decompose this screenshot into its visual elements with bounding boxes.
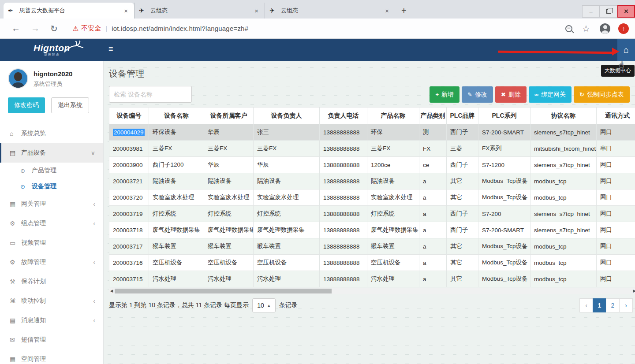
table-row[interactable]: 200003900西门子1200华辰华辰138888888881200cece西… bbox=[109, 157, 635, 173]
user-meta: hignton2020 系统管理员 bbox=[34, 68, 72, 88]
url-text[interactable]: iot.idosp.net/admin/index.html?language=… bbox=[112, 25, 248, 32]
address-bar[interactable]: ⚠ 不安全 | iot.idosp.net/admin/index.html?l… bbox=[67, 21, 556, 36]
sidebar-item[interactable]: ⚙ 故障管理 ‹ bbox=[0, 253, 103, 272]
column-header[interactable]: 产品类别 bbox=[419, 108, 447, 124]
logout-button[interactable]: 退出系统 bbox=[51, 97, 89, 113]
tab-title: 云组态 bbox=[281, 7, 383, 15]
column-header[interactable]: PLC系列 bbox=[478, 108, 530, 124]
change-password-button[interactable]: 修改密码 bbox=[8, 97, 45, 113]
close-button[interactable]: × bbox=[617, 5, 635, 18]
tab-close-icon[interactable]: × bbox=[383, 7, 391, 15]
sidebar-item[interactable]: ⌂ 系统总览 bbox=[0, 124, 103, 143]
page-button-label: 2 bbox=[611, 302, 615, 309]
sidebar-item[interactable]: ✉ 短信管理 bbox=[0, 330, 103, 349]
delete-button[interactable]: ✖ 删除 bbox=[495, 86, 527, 103]
force-sync-button[interactable]: ↻ 强制同步点表 bbox=[574, 86, 630, 103]
sidebar-item-label: 视频管理 bbox=[21, 239, 46, 247]
minimize-button[interactable]: – bbox=[582, 5, 600, 18]
edit-button[interactable]: ✎ 修改 bbox=[462, 86, 493, 103]
column-header[interactable]: 通讯方式 bbox=[597, 108, 635, 124]
table-row[interactable]: 200004029环保设备华辰张三13888888888环保测西门子S7-200… bbox=[109, 124, 635, 141]
sidebar-item[interactable]: ▭ 视频管理 bbox=[0, 233, 103, 253]
table-cell: 其它 bbox=[447, 238, 478, 255]
sidebar-item[interactable]: ▦ 空间管理 bbox=[0, 349, 103, 364]
profile-avatar-icon[interactable] bbox=[600, 23, 610, 34]
annotation-red-arrowhead bbox=[612, 48, 619, 56]
table-row[interactable]: 200003720实验室废水处理实验室废水处理实验室废水处理1388888888… bbox=[109, 189, 635, 206]
table-cell: 网口 bbox=[597, 222, 635, 238]
sidebar-item[interactable]: ⊙ 设备管理 bbox=[0, 178, 103, 194]
table-cell: modbus_tcp bbox=[530, 238, 597, 255]
sidebar-item[interactable]: ⚙ 组态管理 ‹ bbox=[0, 214, 103, 233]
horizontal-scrollbar[interactable]: ◀ ▶ bbox=[109, 288, 635, 294]
user-avatar[interactable] bbox=[8, 68, 28, 89]
security-warning-label[interactable]: 不安全 bbox=[81, 24, 101, 33]
tab-close-icon[interactable]: × bbox=[122, 7, 130, 15]
table-row[interactable]: 200003716空压机设备空压机设备空压机设备13888888888空压机设备… bbox=[109, 255, 635, 271]
table-cell: 三菱FX bbox=[254, 141, 320, 157]
table-row[interactable]: 200003719灯控系统灯控系统灯控系统13888888888灯控系统a西门子… bbox=[109, 206, 635, 222]
page-button[interactable]: 1 bbox=[593, 298, 606, 312]
restore-button[interactable] bbox=[600, 5, 617, 18]
browser-tab[interactable]: ✈ 云组态 × bbox=[134, 3, 265, 19]
column-header[interactable]: 设备负责人 bbox=[254, 108, 320, 124]
back-icon[interactable]: ← bbox=[11, 23, 20, 33]
sidebar-item[interactable]: ⚒ 保养计划 bbox=[0, 272, 103, 291]
table-cell: modbus_tcp bbox=[530, 173, 597, 189]
bookmark-star-icon[interactable]: ☆ bbox=[582, 23, 590, 34]
hamburger-menu-icon[interactable]: ≡ bbox=[108, 45, 113, 54]
table-cell: 13888888888 bbox=[320, 157, 367, 173]
sidebar-item[interactable]: ⊙ 产品管理 bbox=[0, 163, 103, 178]
bigdata-home-button[interactable]: ⌂ bbox=[617, 39, 635, 61]
table-cell: Modbus_Tcp设备 bbox=[478, 173, 530, 189]
table-cell: 废气处理数据采集 bbox=[367, 222, 419, 238]
new-tab-button[interactable]: + bbox=[395, 6, 413, 19]
tab-close-icon[interactable]: × bbox=[253, 7, 260, 15]
browser-toolbar: ← → ↻ ⚠ 不安全 | iot.idosp.net/admin/index.… bbox=[0, 19, 635, 39]
envelope-icon: ✉ bbox=[10, 336, 21, 343]
column-header[interactable]: 负责人电话 bbox=[320, 108, 367, 124]
column-header[interactable]: 产品名称 bbox=[367, 108, 419, 124]
sidebar-item[interactable]: ▦ 网关管理 ‹ bbox=[0, 194, 103, 214]
zoom-out-icon[interactable] bbox=[565, 25, 572, 32]
security-warning-icon[interactable]: ⚠ bbox=[73, 25, 78, 33]
column-header[interactable]: PLC品牌 bbox=[447, 108, 478, 124]
table-cell: 200003981 bbox=[109, 141, 149, 157]
column-header[interactable]: 设备名称 bbox=[149, 108, 204, 124]
page-button[interactable]: ‹ bbox=[579, 298, 593, 312]
sidebar-item[interactable]: ▤ 消息通知 ‹ bbox=[0, 311, 103, 330]
gears-icon: ⚙ bbox=[10, 220, 21, 227]
scrollbar-thumb[interactable] bbox=[115, 289, 332, 293]
sidebar-item-label: 联动控制 bbox=[21, 297, 46, 305]
page-button[interactable]: › bbox=[619, 298, 633, 312]
plus-icon: + bbox=[435, 91, 439, 98]
reload-icon[interactable]: ↻ bbox=[50, 23, 58, 34]
scroll-right-icon[interactable]: ▶ bbox=[632, 289, 635, 293]
sidebar-item[interactable]: ▤ 产品设备 ∨ bbox=[0, 143, 103, 163]
column-header[interactable]: 设备编号 bbox=[109, 108, 149, 124]
search-input[interactable] bbox=[109, 86, 192, 103]
table-row[interactable]: 200003981三菱FX三菱FX三菱FX13888888888三菱FXFX三菱… bbox=[109, 141, 635, 157]
scroll-left-icon[interactable]: ◀ bbox=[109, 289, 114, 293]
table-cell: S7-200-SMART bbox=[478, 222, 530, 238]
toolbar-right-icons: ☆ ↑ bbox=[560, 23, 629, 34]
sidebar-item-label: 短信管理 bbox=[21, 336, 46, 344]
table-cell: 隔油设备 bbox=[149, 173, 204, 189]
page-button[interactable]: 2 bbox=[606, 298, 620, 312]
sidebar-item[interactable]: ⌘ 联动控制 ‹ bbox=[0, 291, 103, 311]
table-row[interactable]: 200003721隔油设备隔油设备隔油设备13888888888隔油设备a其它M… bbox=[109, 173, 635, 189]
table-row[interactable]: 200003718废气处理数据采集废气处理数据采集废气处理数据采集1388888… bbox=[109, 222, 635, 238]
table-row[interactable]: 200003715污水处理污水处理污水处理13888888888污水处理a其它M… bbox=[109, 271, 635, 287]
add-button[interactable]: + 新增 bbox=[430, 86, 459, 103]
bind-gateway-button[interactable]: ∞ 绑定网关 bbox=[529, 86, 572, 103]
browser-tab[interactable]: ✈ 云组态 × bbox=[265, 3, 395, 19]
page-size-select[interactable]: 10 ▲ bbox=[252, 298, 276, 312]
forward-icon[interactable]: → bbox=[31, 23, 40, 33]
logo-subtext: 华辰智通 bbox=[44, 52, 60, 57]
caret-up-icon: ▲ bbox=[267, 304, 271, 308]
browser-tab[interactable]: ✒ 思普云大数据平台 × bbox=[4, 3, 134, 19]
column-header[interactable]: 协议名称 bbox=[530, 108, 597, 124]
column-header[interactable]: 设备所属客户 bbox=[204, 108, 254, 124]
browser-update-icon[interactable]: ↑ bbox=[618, 23, 629, 34]
table-row[interactable]: 200003717猴车装置猴车装置猴车装置13888888888猴车装置a其它M… bbox=[109, 238, 635, 255]
